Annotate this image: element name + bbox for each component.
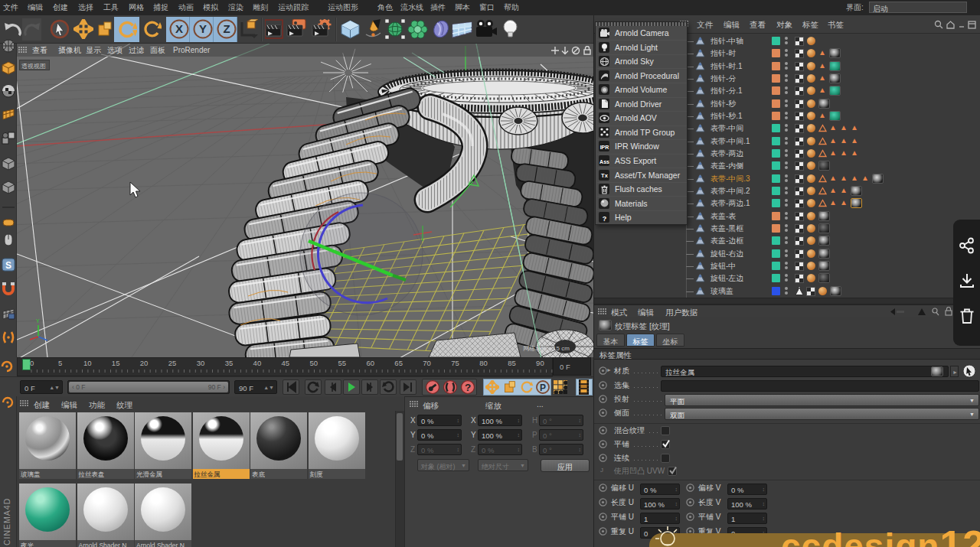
svg-text:Y: Y: [199, 22, 207, 35]
svg-text:X: X: [175, 22, 183, 35]
svg-text:网格名称 - 15 cm: 网格名称 - 15 cm: [523, 345, 570, 352]
svg-text:?: ?: [602, 214, 606, 222]
svg-text:Y: Y: [36, 318, 40, 324]
svg-text:P: P: [540, 383, 546, 393]
svg-text:IPR: IPR: [599, 145, 609, 150]
svg-text:Tx: Tx: [601, 172, 609, 179]
svg-text:?: ?: [465, 382, 471, 393]
svg-text:S: S: [5, 260, 11, 271]
svg-text:Z: Z: [223, 22, 230, 35]
svg-text:Ass: Ass: [599, 159, 609, 164]
